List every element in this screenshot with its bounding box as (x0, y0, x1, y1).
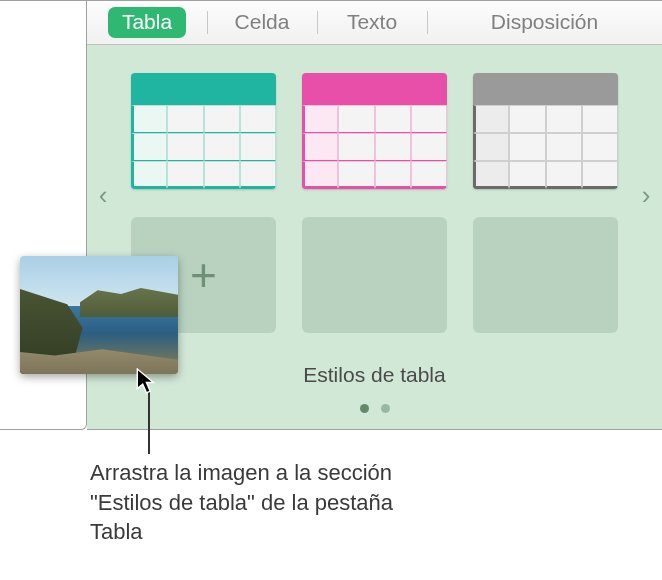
page-dot-2[interactable] (381, 404, 390, 413)
table-thumbnail-icon (473, 73, 618, 189)
carousel-next-button[interactable]: › (634, 175, 658, 215)
tab-tabla[interactable]: Tabla (87, 1, 207, 44)
callout-leader-line (148, 392, 150, 454)
tab-tabla-label: Tabla (108, 7, 186, 38)
tab-disposicion-label: Disposición (477, 7, 612, 38)
empty-style-slot (473, 217, 618, 333)
page-dot-1[interactable] (360, 404, 369, 413)
chevron-left-icon: ‹ (99, 180, 108, 211)
carousel-prev-button[interactable]: ‹ (91, 175, 115, 215)
table-style-gray[interactable] (473, 73, 618, 189)
callout-text: Arrastra la imagen a la sección "Estilos… (90, 458, 450, 547)
table-style-magenta[interactable] (302, 73, 447, 189)
inspector-tabs: Tabla Celda Texto Disposición (87, 1, 662, 45)
tab-celda[interactable]: Celda (207, 1, 317, 44)
tab-celda-label: Celda (221, 7, 304, 38)
tab-texto-label: Texto (333, 7, 411, 38)
table-thumbnail-icon (131, 73, 276, 189)
dragged-image-thumbnail[interactable] (20, 256, 178, 374)
tab-texto[interactable]: Texto (317, 1, 427, 44)
table-styles-grid: + (131, 73, 618, 333)
table-style-teal[interactable] (131, 73, 276, 189)
chevron-right-icon: › (642, 180, 651, 211)
empty-style-slot (302, 217, 447, 333)
table-thumbnail-icon (302, 73, 447, 189)
tab-disposicion[interactable]: Disposición (427, 1, 662, 44)
carousel-page-dots (87, 404, 662, 413)
